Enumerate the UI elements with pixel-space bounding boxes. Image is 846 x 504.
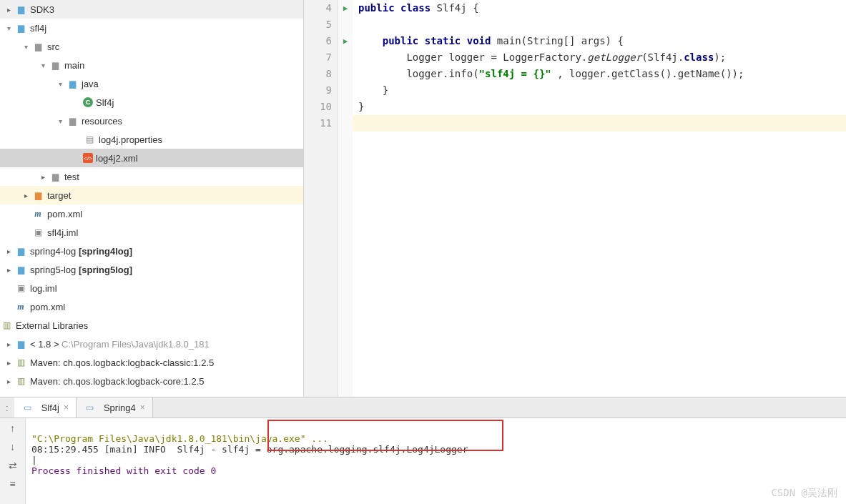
chevron-down-icon[interactable] bbox=[20, 43, 31, 51]
chevron-down-icon[interactable] bbox=[54, 80, 66, 88]
folder-icon: ▆ bbox=[66, 114, 79, 127]
chevron-right-icon[interactable] bbox=[3, 6, 14, 14]
folder-icon: ▆ bbox=[31, 40, 44, 53]
console-panel: ↑ ↓ ⇄ ≡ "C:\Program Files\Java\jdk1.8.0_… bbox=[0, 418, 846, 504]
folder-icon: ▆ bbox=[31, 189, 44, 202]
console-toolbar: ↑ ↓ ⇄ ≡ bbox=[0, 418, 26, 504]
tree-jdk[interactable]: ▆ < 1.8 > C:\Program Files\Java\jdk1.8.0… bbox=[0, 335, 303, 353]
tree-resources[interactable]: ▆ resources bbox=[0, 112, 303, 130]
run-tabs: : ▭ Slf4j × ▭ Spring4 × bbox=[0, 397, 846, 418]
tree-log4j-props[interactable]: ▤ log4j.properties bbox=[0, 130, 303, 149]
folder-icon: ▆ bbox=[49, 170, 62, 183]
chevron-right-icon[interactable] bbox=[37, 173, 49, 181]
wrap-icon[interactable]: ⇄ bbox=[9, 460, 17, 471]
tree-label: log4j.properties bbox=[99, 134, 162, 145]
line-gutter: 4 5 6 7 8 9 10 11 bbox=[304, 0, 338, 397]
folder-icon: ▆ bbox=[49, 59, 62, 71]
highlight-box bbox=[267, 420, 503, 451]
code-content[interactable]: public class Slf4j { public static void … bbox=[353, 0, 846, 397]
tree-pom2[interactable]: m pom.xml bbox=[0, 297, 303, 316]
tree-src[interactable]: ▆ src bbox=[0, 37, 303, 56]
tree-label: External Libraries bbox=[16, 320, 88, 331]
tree-sfl4j[interactable]: ▆ sfl4j bbox=[0, 19, 303, 37]
chevron-down-icon[interactable] bbox=[3, 24, 14, 32]
jdk-icon: ▆ bbox=[14, 337, 27, 350]
cursor: | bbox=[31, 455, 37, 465]
iml-icon: ▣ bbox=[31, 226, 44, 239]
tree-sdk3[interactable]: ▆ SDK3 bbox=[0, 0, 303, 19]
close-icon[interactable]: × bbox=[140, 402, 145, 412]
tree-label: Slf4j bbox=[96, 97, 114, 108]
tree-label: main bbox=[64, 60, 84, 71]
project-tree[interactable]: ▆ SDK3 ▆ sfl4j ▆ src ▆ main ▆ java bbox=[0, 0, 304, 397]
tree-label: log.iml bbox=[30, 283, 57, 294]
watermark: CSDN @吴法刚 bbox=[771, 487, 837, 500]
tree-label: Maven: ch.qos.logback:logback-core:1.2.5 bbox=[30, 376, 205, 387]
chevron-right-icon[interactable] bbox=[3, 266, 14, 274]
folder-icon: ▆ bbox=[66, 77, 79, 90]
down-icon[interactable]: ↓ bbox=[10, 441, 15, 453]
tree-label: java bbox=[82, 79, 99, 89]
tree-label: src bbox=[47, 41, 59, 52]
properties-icon: ▤ bbox=[83, 133, 96, 146]
tree-java[interactable]: ▆ java bbox=[0, 74, 303, 93]
tree-log4j2-xml[interactable]: </> log4j2.xml bbox=[0, 149, 303, 167]
xml-icon: </> bbox=[83, 153, 93, 163]
tree-label: spring4-log [spring4log] bbox=[30, 246, 132, 257]
run-icon[interactable]: ▶ bbox=[343, 4, 348, 13]
tree-maven2[interactable]: ▥ Maven: ch.qos.logback:logback-core:1.2… bbox=[0, 372, 303, 390]
tree-label: pom.xml bbox=[30, 302, 65, 312]
library-icon: ▥ bbox=[0, 319, 13, 332]
console-output[interactable]: "C:\Program Files\Java\jdk1.8.0_181\bin\… bbox=[26, 418, 846, 504]
tree-slf4j-class[interactable]: C Slf4j bbox=[0, 93, 303, 112]
tree-label: pom.xml bbox=[47, 209, 82, 219]
tree-spring5log[interactable]: ▆ spring5-log [spring5log] bbox=[0, 260, 303, 279]
tree-main[interactable]: ▆ main bbox=[0, 56, 303, 74]
chevron-right-icon[interactable] bbox=[3, 359, 14, 367]
tab-label: Spring4 bbox=[104, 402, 136, 413]
library-icon: ▥ bbox=[14, 375, 27, 387]
app-icon: ▭ bbox=[84, 401, 97, 414]
tree-label: < 1.8 > C:\Program Files\Java\jdk1.8.0_1… bbox=[30, 339, 210, 350]
tree-test[interactable]: ▆ test bbox=[0, 167, 303, 186]
tree-pom1[interactable]: m pom.xml bbox=[0, 204, 303, 223]
scroll-icon[interactable]: ≡ bbox=[9, 478, 15, 490]
tree-sfl4j-iml[interactable]: ▣ sfl4j.iml bbox=[0, 223, 303, 242]
tree-spring4log[interactable]: ▆ spring4-log [spring4log] bbox=[0, 242, 303, 260]
tree-label: spring5-log [spring5log] bbox=[30, 265, 132, 275]
chevron-right-icon[interactable] bbox=[3, 377, 14, 385]
tree-log-iml[interactable]: ▣ log.iml bbox=[0, 279, 303, 297]
chevron-right-icon[interactable] bbox=[3, 340, 14, 348]
maven-icon: m bbox=[14, 300, 27, 313]
tree-maven1[interactable]: ▥ Maven: ch.qos.logback:logback-classic:… bbox=[0, 353, 303, 372]
console-exit: Process finished with exit code 0 bbox=[31, 465, 216, 476]
tree-label: SDK3 bbox=[30, 4, 54, 15]
iml-icon: ▣ bbox=[14, 282, 27, 295]
app-icon: ▭ bbox=[21, 401, 34, 414]
run-label: : bbox=[0, 397, 14, 417]
tree-label: log4j2.xml bbox=[96, 153, 138, 164]
library-icon: ▥ bbox=[14, 356, 27, 369]
tree-ext-libs[interactable]: ▥ External Libraries bbox=[0, 316, 303, 335]
chevron-right-icon[interactable] bbox=[3, 247, 14, 255]
tab-slf4j[interactable]: ▭ Slf4j × bbox=[14, 397, 77, 417]
up-icon[interactable]: ↑ bbox=[10, 423, 15, 434]
tree-label: test bbox=[64, 172, 79, 182]
maven-icon: m bbox=[31, 207, 44, 220]
gutter-icons: ▶ ▶ bbox=[338, 0, 353, 397]
code-editor[interactable]: 4 5 6 7 8 9 10 11 ▶ ▶ bbox=[304, 0, 846, 397]
run-icon[interactable]: ▶ bbox=[343, 36, 348, 46]
tree-label: target bbox=[47, 190, 71, 201]
folder-icon: ▆ bbox=[14, 21, 27, 34]
chevron-right-icon[interactable] bbox=[20, 192, 31, 199]
tree-label: Maven: ch.qos.logback:logback-classic:1.… bbox=[30, 357, 214, 368]
close-icon[interactable]: × bbox=[64, 402, 69, 412]
folder-icon: ▆ bbox=[14, 263, 27, 276]
chevron-down-icon[interactable] bbox=[54, 117, 66, 125]
tree-target[interactable]: ▆ target bbox=[0, 186, 303, 204]
tab-spring4[interactable]: ▭ Spring4 × bbox=[77, 397, 153, 417]
tree-label: resources bbox=[82, 116, 122, 127]
class-icon: C bbox=[83, 97, 93, 107]
folder-icon: ▆ bbox=[14, 3, 27, 16]
chevron-down-icon[interactable] bbox=[37, 61, 49, 69]
